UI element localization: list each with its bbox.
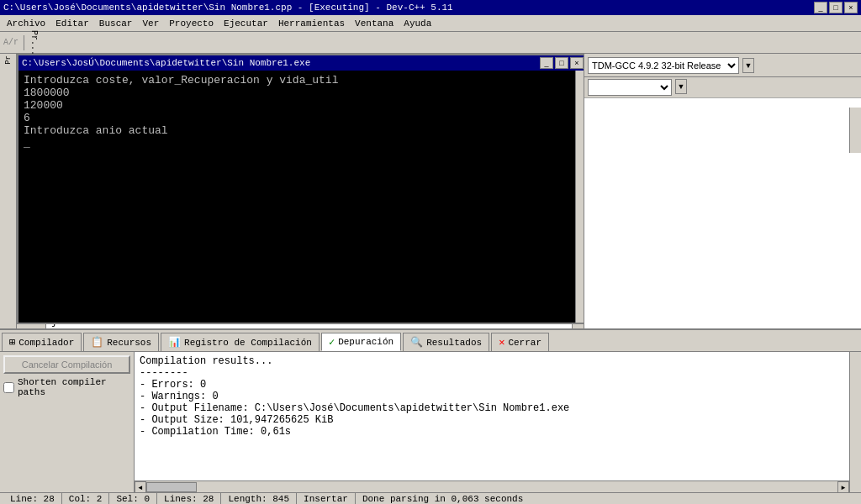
resultados-label: Resultados bbox=[426, 338, 482, 348]
compilador-label: Compilador bbox=[18, 338, 74, 348]
main-titlebar: C:\Users\José\Documents\apidetwitter\Sin… bbox=[0, 0, 861, 15]
status-message: Done parsing in 0,063 seconds bbox=[356, 493, 858, 504]
console-controls: _ □ × bbox=[540, 57, 584, 69]
console-maximize[interactable]: □ bbox=[555, 57, 568, 69]
toolbar-placeholder: A/r bbox=[3, 38, 18, 47]
console-title: C:\Users\JosÚ\Documents\apidetwitter\Sin… bbox=[22, 58, 310, 68]
output-scrollbar-v[interactable] bbox=[849, 352, 861, 494]
menu-editar[interactable]: Editar bbox=[50, 17, 94, 30]
right-toolbar: TDM-GCC 4.9.2 32-bit Release ▼ bbox=[584, 54, 861, 77]
output-warnings: - Warnings: 0 bbox=[140, 391, 844, 402]
output-separator: -------- bbox=[140, 367, 844, 379]
menu-ejecutar[interactable]: Ejecutar bbox=[219, 17, 273, 30]
recursos-label: Recursos bbox=[107, 338, 151, 348]
menu-buscar[interactable]: Buscar bbox=[94, 17, 138, 30]
scroll-right-btn[interactable]: ► bbox=[837, 481, 849, 493]
body-area: Pr C:\Users\JosÚ\Documents\apidetwitter\… bbox=[0, 54, 861, 328]
console-line-5: Introduzca anio actual bbox=[24, 124, 570, 137]
tab-compilador[interactable]: ⊞ Compilador bbox=[2, 333, 82, 351]
tab-registro[interactable]: 📊 Registro de Compilación bbox=[161, 333, 320, 351]
compiler-dropdown-btn[interactable]: ▼ bbox=[742, 58, 754, 73]
menubar: Archivo Editar Buscar Ver Proyecto Ejecu… bbox=[0, 15, 861, 32]
maximize-button[interactable]: □ bbox=[829, 2, 843, 13]
depuracion-icon: ✓ bbox=[329, 336, 335, 349]
scroll-thumb-h[interactable] bbox=[146, 482, 197, 492]
console-line-3: 120000 bbox=[24, 99, 570, 112]
compilation-output-area: Compilation results... -------- - Errors… bbox=[135, 352, 861, 494]
second-select[interactable] bbox=[588, 79, 672, 96]
recursos-icon: 📋 bbox=[91, 336, 103, 349]
tab-recursos[interactable]: 📋 Recursos bbox=[83, 333, 159, 351]
console-line-2: 1800000 bbox=[24, 87, 570, 99]
status-col: Col: 2 bbox=[62, 493, 110, 504]
second-dropdown-btn[interactable]: ▼ bbox=[675, 79, 687, 94]
console-cursor: _ bbox=[24, 137, 570, 150]
second-toolbar: ▼ bbox=[584, 77, 861, 98]
console-window: C:\Users\JosÚ\Documents\apidetwitter\Sin… bbox=[17, 54, 584, 324]
compilador-icon: ⊞ bbox=[9, 336, 15, 349]
menu-ver[interactable]: Ver bbox=[137, 17, 164, 30]
bottom-panel: ⊞ Compilador 📋 Recursos 📊 Registro de Co… bbox=[0, 328, 861, 492]
right-scrollbar[interactable] bbox=[849, 108, 861, 153]
status-line: Line: 28 bbox=[3, 493, 62, 504]
console-output: Introduzca coste, valor_Recuperacion y v… bbox=[18, 71, 575, 323]
cancel-compilation-button[interactable]: Cancelar Compilación bbox=[3, 355, 130, 374]
menu-ayuda[interactable]: Ayuda bbox=[399, 17, 436, 30]
tab-cerrar[interactable]: ✕ Cerrar bbox=[491, 333, 549, 351]
tab-depuracion[interactable]: ✓ Depuración bbox=[321, 333, 401, 351]
depuracion-label: Depuración bbox=[338, 337, 394, 347]
status-length: Length: 845 bbox=[221, 493, 297, 504]
toolbar-pro-label: Pr... bbox=[29, 30, 39, 55]
console-titlebar: C:\Users\JosÚ\Documents\apidetwitter\Sin… bbox=[18, 55, 584, 71]
editor-area: C:\Users\JosÚ\Documents\apidetwitter\Sin… bbox=[17, 54, 584, 328]
main-window-title: C:\Users\José\Documents\apidetwitter\Sin… bbox=[3, 3, 453, 13]
menu-herramientas[interactable]: Herramientas bbox=[273, 17, 350, 30]
output-errors: - Errors: 0 bbox=[140, 379, 844, 391]
statusbar: Line: 28 Col: 2 Sel: 0 Lines: 28 Length:… bbox=[0, 492, 861, 504]
console-minimize[interactable]: _ bbox=[540, 57, 553, 69]
status-insert: Insertar bbox=[297, 493, 356, 504]
menu-archivo[interactable]: Archivo bbox=[2, 17, 50, 30]
compiler-select[interactable]: TDM-GCC 4.9.2 32-bit Release bbox=[588, 57, 739, 74]
console-line-1: Introduzca coste, valor_Recuperacion y v… bbox=[24, 74, 570, 87]
right-editor bbox=[584, 98, 861, 328]
tabs-bar: ⊞ Compilador 📋 Recursos 📊 Registro de Co… bbox=[0, 330, 861, 352]
shorten-paths-checkbox[interactable] bbox=[3, 382, 14, 393]
shorten-paths-label: Shorten compiler paths bbox=[18, 377, 130, 397]
right-panel: TDM-GCC 4.9.2 32-bit Release ▼ ▼ bbox=[584, 54, 861, 328]
minimize-button[interactable]: _ bbox=[814, 2, 827, 13]
menu-proyecto[interactable]: Proyecto bbox=[164, 17, 219, 30]
console-scrollbar[interactable] bbox=[575, 71, 584, 323]
close-button[interactable]: × bbox=[844, 2, 858, 13]
output-time: - Compilation Time: 0,61s bbox=[140, 426, 844, 438]
scroll-track-h[interactable] bbox=[146, 481, 837, 492]
registro-icon: 📊 bbox=[168, 336, 181, 349]
left-sidebar: Pr bbox=[0, 54, 17, 328]
shorten-paths-row: Shorten compiler paths bbox=[3, 377, 130, 397]
compilation-output: Compilation results... -------- - Errors… bbox=[135, 352, 849, 494]
menu-ventana[interactable]: Ventana bbox=[350, 17, 399, 30]
tab-resultados[interactable]: 🔍 Resultados bbox=[403, 333, 489, 351]
bottom-content: Cancelar Compilación Shorten compiler pa… bbox=[0, 352, 861, 494]
resultados-icon: 🔍 bbox=[410, 336, 423, 349]
toolbar: A/r Pr... bbox=[0, 32, 861, 54]
left-bottom: Cancelar Compilación Shorten compiler pa… bbox=[0, 352, 135, 494]
output-scrollbar-h-container: ◄ ► bbox=[135, 480, 849, 492]
window-controls: _ □ × bbox=[814, 2, 858, 13]
sidebar-label: Pr bbox=[4, 55, 13, 65]
status-sel: Sel: 0 bbox=[109, 493, 157, 504]
output-line-1: Compilation results... bbox=[140, 355, 844, 367]
output-size: - Output Size: 101,947265625 KiB bbox=[140, 414, 844, 426]
console-close[interactable]: × bbox=[570, 57, 584, 69]
console-line-4: 6 bbox=[24, 112, 570, 124]
cerrar-icon: ✕ bbox=[499, 336, 504, 349]
scroll-left-btn[interactable]: ◄ bbox=[135, 481, 146, 493]
output-filename: - Output Filename: C:\Users\José\Documen… bbox=[140, 402, 844, 414]
status-lines: Lines: 28 bbox=[157, 493, 221, 504]
cerrar-label: Cerrar bbox=[508, 338, 541, 348]
registro-label: Registro de Compilación bbox=[184, 338, 312, 348]
